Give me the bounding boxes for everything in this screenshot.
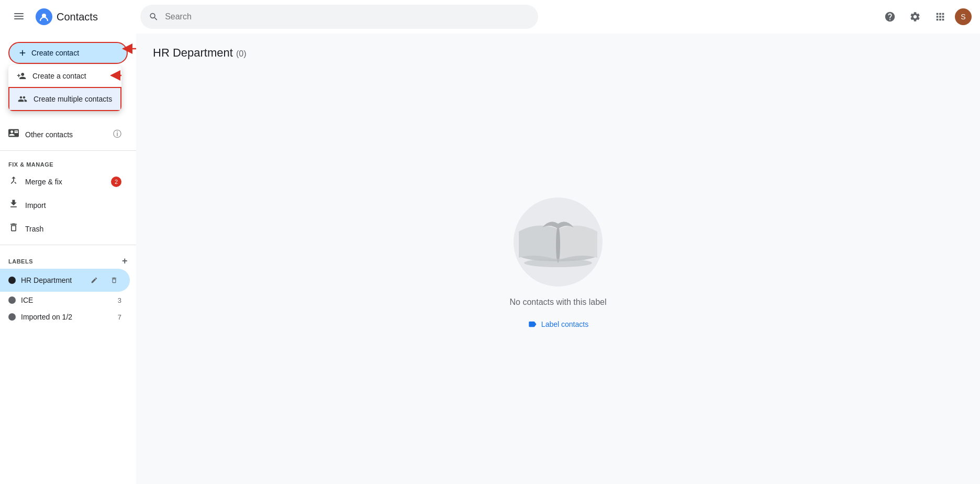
create-dropdown: Create a contact Create multiple contact… — [8, 65, 121, 111]
help-icon — [884, 11, 896, 23]
group-add-icon — [18, 94, 27, 104]
apps-icon — [934, 11, 946, 23]
search-icon — [149, 12, 159, 22]
merge-fix-label: Merge & fix — [25, 178, 105, 186]
empty-illustration — [506, 195, 610, 289]
label-count-imported: 7 — [118, 313, 121, 321]
trash-icon — [8, 222, 19, 235]
search-bar[interactable] — [140, 5, 538, 29]
label-name-imported: Imported on 1/2 — [21, 313, 113, 321]
create-contact-label: Create contact — [31, 49, 79, 57]
label-name-ice: ICE — [21, 296, 113, 304]
delete-label-button-hr[interactable] — [107, 273, 121, 288]
sidebar-item-merge-fix[interactable]: Merge & fix 2 — [0, 170, 130, 193]
label-count-ice: 3 — [118, 296, 121, 304]
label-name-hr: HR Department — [21, 276, 82, 284]
trash-label: Trash — [25, 225, 121, 233]
main-layout: Create contact 1 Create a contact Create… — [0, 34, 980, 484]
add-label-button[interactable]: + — [122, 256, 128, 267]
edit-label-button-hr[interactable] — [87, 273, 102, 288]
merge-fix-badge: 2 — [111, 177, 121, 187]
svg-point-6 — [556, 226, 560, 263]
hamburger-icon — [14, 13, 24, 21]
empty-text: No contacts with this label — [510, 298, 607, 307]
create-multiple-contacts-option[interactable]: Create multiple contacts 2 — [8, 87, 121, 111]
contact-count: (0) — [236, 49, 247, 58]
page-title: HR Department (0) — [153, 46, 963, 60]
settings-button[interactable] — [905, 6, 926, 27]
label-item-ice[interactable]: ICE 3 — [0, 292, 130, 309]
apps-button[interactable] — [930, 6, 951, 27]
help-button[interactable] — [879, 6, 900, 27]
info-icon: ⓘ — [113, 129, 121, 140]
sidebar-item-import[interactable]: Import — [0, 193, 130, 217]
divider-2 — [0, 245, 136, 245]
import-label: Import — [25, 201, 121, 210]
topbar: Contacts S — [0, 0, 980, 34]
sidebar-item-other-contacts[interactable]: Other contacts ⓘ — [0, 123, 130, 146]
topbar-right: S — [879, 6, 972, 27]
menu-button[interactable] — [8, 6, 29, 27]
other-contacts-label: Other contacts — [25, 130, 107, 139]
svg-rect-1 — [14, 16, 24, 17]
settings-icon — [909, 11, 921, 23]
empty-state: No contacts with this label Label contac… — [153, 72, 963, 456]
topbar-left: Contacts — [8, 6, 134, 27]
divider-1 — [0, 150, 136, 151]
svg-rect-2 — [14, 18, 24, 19]
svg-point-7 — [524, 259, 592, 267]
app-logo: Contacts — [36, 8, 98, 25]
app-title: Contacts — [57, 11, 98, 23]
label-icon — [528, 320, 537, 329]
label-item-hr-department[interactable]: HR Department — [0, 269, 130, 292]
search-input[interactable] — [165, 12, 530, 21]
import-icon — [8, 199, 19, 212]
label-dot-ice — [8, 296, 16, 304]
person-add-icon — [17, 71, 26, 81]
svg-rect-0 — [14, 13, 24, 14]
plus-icon — [18, 48, 27, 58]
label-item-imported[interactable]: Imported on 1/2 7 — [0, 309, 130, 325]
logo-icon — [36, 8, 52, 25]
label-dot-hr — [8, 277, 16, 284]
avatar[interactable]: S — [955, 8, 972, 25]
merge-icon — [8, 175, 19, 188]
label-contacts-button[interactable]: Label contacts — [519, 315, 597, 333]
main-content: HR Department (0) No con — [136, 34, 980, 484]
sidebar-item-trash[interactable]: Trash — [0, 217, 130, 240]
fix-manage-section-header: Fix & manage — [0, 155, 136, 170]
other-contacts-icon — [8, 128, 19, 141]
create-contact-button[interactable]: Create contact — [8, 42, 128, 64]
labels-section-header: Labels + — [0, 249, 136, 269]
label-dot-imported — [8, 313, 16, 321]
sidebar: Create contact 1 Create a contact Create… — [0, 34, 136, 484]
create-contact-option[interactable]: Create a contact — [8, 65, 121, 87]
